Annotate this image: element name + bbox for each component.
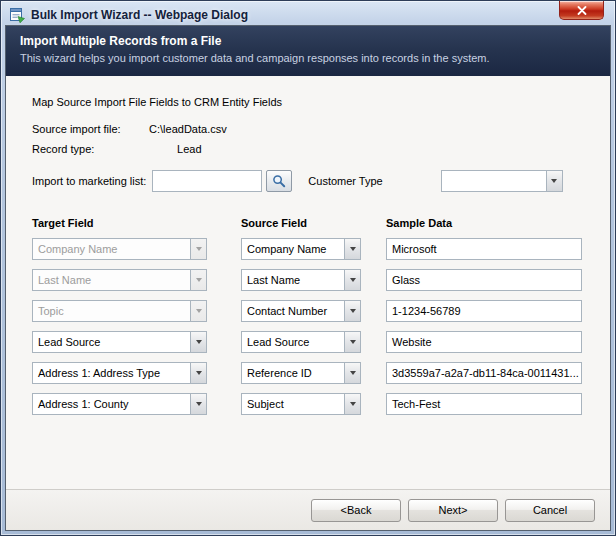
titlebar[interactable]: Bulk Import Wizard -- Webpage Dialog <box>5 1 611 25</box>
mapping-row-5: Address 1: Address Type Reference ID 3d3… <box>32 362 610 384</box>
customer-type-select[interactable] <box>441 170 563 192</box>
chevron-down-icon <box>190 301 206 321</box>
marketing-list-row: Import to marketing list: Customer Type <box>32 170 610 192</box>
chevron-down-icon <box>190 332 206 352</box>
source-field-select[interactable]: Company Name <box>241 238 361 260</box>
source-field-select[interactable]: Last Name <box>241 269 361 291</box>
sample-data-field[interactable]: Tech-Fest <box>386 393 582 415</box>
mapping-row-4: Lead Source Lead Source Website <box>32 331 610 353</box>
marketing-list-input[interactable] <box>152 170 262 192</box>
chevron-down-icon <box>190 363 206 383</box>
target-field-select[interactable]: Last Name <box>32 269 207 291</box>
column-header-target: Target Field <box>32 217 207 229</box>
section-title: Map Source Import File Fields to CRM Ent… <box>32 76 610 108</box>
page-subtitle: This wizard helps you import customer da… <box>20 52 596 64</box>
cancel-button[interactable]: Cancel <box>505 499 595 522</box>
mapping-row-1: Company Name Company Name Microsoft <box>32 238 610 260</box>
record-type-row: Record type: Lead <box>32 142 610 157</box>
mapping-row-6: Address 1: County Subject Tech-Fest <box>32 393 610 415</box>
mapping-row-2: Last Name Last Name Glass <box>32 269 610 291</box>
button-bar: <Back Next> Cancel <box>6 489 610 530</box>
chevron-down-icon <box>344 332 360 352</box>
target-field-select[interactable]: Topic <box>32 300 207 322</box>
source-file-value: C:\leadData.csv <box>149 123 227 135</box>
chevron-down-icon <box>190 394 206 414</box>
back-button[interactable]: <Back <box>311 499 401 522</box>
lookup-button[interactable] <box>266 170 292 192</box>
sample-data-field[interactable]: Website <box>386 331 582 353</box>
dialog-frame: Bulk Import Wizard -- Webpage Dialog Imp… <box>0 0 616 536</box>
source-field-select[interactable]: Subject <box>241 393 361 415</box>
target-field-select[interactable]: Address 1: County <box>32 393 207 415</box>
next-button[interactable]: Next> <box>408 499 498 522</box>
customer-type-label: Customer Type <box>308 175 382 187</box>
chevron-down-icon <box>344 301 360 321</box>
wizard-icon <box>9 7 25 23</box>
target-field-select[interactable]: Lead Source <box>32 331 207 353</box>
customer-type-value <box>442 171 546 191</box>
chevron-down-icon <box>344 270 360 290</box>
sample-data-field[interactable]: Microsoft <box>386 238 582 260</box>
column-header-source: Source Field <box>241 217 361 229</box>
target-field-select[interactable]: Address 1: Address Type <box>32 362 207 384</box>
column-header-sample: Sample Data <box>386 217 582 229</box>
sample-data-field[interactable]: 3d3559a7-a2a7-db11-84ca-0011431... <box>386 362 582 384</box>
wizard-body: Map Source Import File Fields to CRM Ent… <box>6 76 610 489</box>
sample-data-field[interactable]: Glass <box>386 269 582 291</box>
record-type-value: Lead <box>177 143 201 155</box>
chevron-down-icon <box>190 239 206 259</box>
chevron-down-icon <box>546 171 562 191</box>
source-field-select[interactable]: Reference ID <box>241 362 361 384</box>
source-field-select[interactable]: Contact Number <box>241 300 361 322</box>
page-title: Import Multiple Records from a File <box>20 34 596 48</box>
wizard-header: Import Multiple Records from a File This… <box>6 26 610 76</box>
close-button[interactable] <box>559 1 604 20</box>
chevron-down-icon <box>190 270 206 290</box>
window-title: Bulk Import Wizard -- Webpage Dialog <box>31 8 248 22</box>
close-icon <box>577 6 587 15</box>
mapping-row-3: Topic Contact Number 1-1234-56789 <box>32 300 610 322</box>
column-headers: Target Field Source Field Sample Data <box>32 217 610 229</box>
source-file-label: Source import file: <box>32 122 146 137</box>
chevron-down-icon <box>344 239 360 259</box>
marketing-list-label: Import to marketing list: <box>32 175 146 187</box>
chevron-down-icon <box>344 394 360 414</box>
record-type-label: Record type: <box>32 142 174 157</box>
target-field-select[interactable]: Company Name <box>32 238 207 260</box>
dialog-window: Import Multiple Records from a File This… <box>5 25 611 531</box>
magnifier-icon <box>272 174 286 188</box>
source-field-select[interactable]: Lead Source <box>241 331 361 353</box>
chevron-down-icon <box>344 363 360 383</box>
sample-data-field[interactable]: 1-1234-56789 <box>386 300 582 322</box>
source-file-row: Source import file: C:\leadData.csv <box>32 122 610 137</box>
